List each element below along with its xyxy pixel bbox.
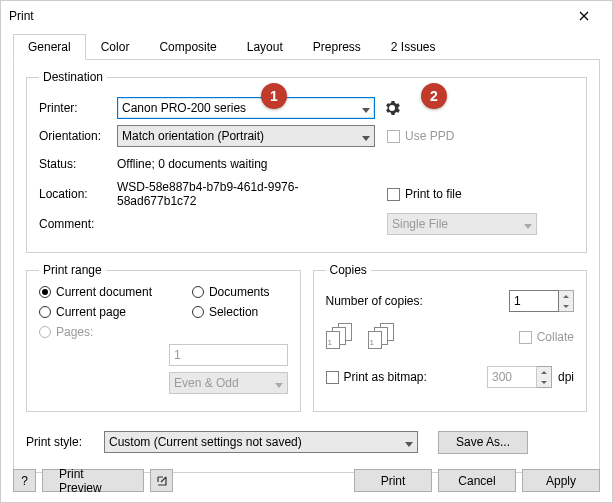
- chevron-down-icon: [275, 377, 283, 391]
- print-bitmap-label: Print as bitmap:: [344, 370, 427, 384]
- collate-label: Collate: [537, 330, 574, 344]
- chevron-down-icon: [362, 102, 370, 116]
- callout-2: 2: [421, 83, 447, 109]
- button-bar: ? Print Preview Print Cancel Apply: [13, 469, 600, 492]
- copies-legend: Copies: [326, 263, 371, 277]
- collate-icon: 3 2 1: [326, 323, 358, 351]
- dpi-label: dpi: [558, 370, 574, 384]
- chevron-down-icon: [524, 218, 532, 232]
- single-file-value: Single File: [392, 217, 448, 231]
- printer-select[interactable]: Canon PRO-200 series: [117, 97, 375, 119]
- radio-selection[interactable]: Selection: [192, 305, 288, 319]
- quick-preview-button[interactable]: [150, 469, 173, 492]
- use-ppd-label: Use PPD: [405, 129, 454, 143]
- print-to-file-checkbox[interactable]: [387, 188, 400, 201]
- print-style-label: Print style:: [26, 435, 104, 449]
- orientation-select[interactable]: Match orientation (Portrait): [117, 125, 375, 147]
- use-ppd-checkbox: [387, 130, 400, 143]
- printer-label: Printer:: [39, 101, 117, 115]
- collate-container: Collate: [519, 330, 574, 344]
- printer-value: Canon PRO-200 series: [122, 101, 246, 115]
- collate-checkbox: [519, 331, 532, 344]
- print-range-group: Print range Current document Documents C…: [26, 263, 301, 412]
- tab-issues[interactable]: 2 Issues: [376, 34, 451, 60]
- print-to-file-container[interactable]: Print to file: [387, 187, 462, 201]
- copies-group: Copies Number of copies: 1 3 2 1: [313, 263, 588, 412]
- bitmap-dpi-spinner: [537, 366, 552, 388]
- orientation-value: Match orientation (Portrait): [122, 129, 264, 143]
- print-style-select[interactable]: Custom (Current settings not saved): [104, 431, 418, 453]
- even-odd-select: Even & Odd: [169, 372, 288, 394]
- apply-button[interactable]: Apply: [522, 469, 600, 492]
- print-to-file-label: Print to file: [405, 187, 462, 201]
- save-as-button[interactable]: Save As...: [438, 431, 528, 454]
- copies-number-spinner[interactable]: [559, 290, 574, 312]
- destination-group: Destination Printer: Canon PRO-200 serie…: [26, 70, 587, 253]
- tab-color[interactable]: Color: [86, 34, 145, 60]
- radio-documents[interactable]: Documents: [192, 285, 288, 299]
- print-button[interactable]: Print: [354, 469, 432, 492]
- printer-settings-button[interactable]: [381, 97, 403, 119]
- collate-icon: 3 2 1: [368, 323, 400, 351]
- print-preview-button[interactable]: Print Preview: [42, 469, 144, 492]
- tab-bar: General Color Composite Layout Prepress …: [13, 33, 600, 60]
- even-odd-value: Even & Odd: [174, 376, 239, 390]
- print-range-legend: Print range: [39, 263, 106, 277]
- bitmap-dpi-input: 300: [487, 366, 537, 388]
- use-ppd-container: Use PPD: [387, 129, 454, 143]
- radio-pages: Pages:: [39, 325, 170, 339]
- status-label: Status:: [39, 157, 117, 171]
- radio-current-document[interactable]: Current document: [39, 285, 170, 299]
- print-dialog: 1 2 Print General Color Composite Layout…: [0, 0, 613, 503]
- print-bitmap-container[interactable]: Print as bitmap:: [326, 370, 487, 384]
- copies-number-input[interactable]: 1: [509, 290, 559, 312]
- close-button[interactable]: [564, 1, 604, 31]
- location-label: Location:: [39, 187, 117, 201]
- titlebar: Print: [1, 1, 612, 31]
- tab-composite[interactable]: Composite: [144, 34, 231, 60]
- orientation-label: Orientation:: [39, 129, 117, 143]
- location-value: WSD-58e887b4-b7b9-461d-9976-58ad677b1c72: [117, 180, 375, 208]
- single-file-select: Single File: [387, 213, 537, 235]
- destination-legend: Destination: [39, 70, 107, 84]
- cancel-button[interactable]: Cancel: [438, 469, 516, 492]
- tab-prepress[interactable]: Prepress: [298, 34, 376, 60]
- help-button[interactable]: ?: [13, 469, 36, 492]
- callout-1: 1: [261, 83, 287, 109]
- copies-number-label: Number of copies:: [326, 294, 510, 308]
- tab-general[interactable]: General: [13, 34, 86, 60]
- comment-label: Comment:: [39, 217, 117, 231]
- radio-current-page[interactable]: Current page: [39, 305, 170, 319]
- tab-layout[interactable]: Layout: [232, 34, 298, 60]
- print-bitmap-checkbox[interactable]: [326, 371, 339, 384]
- status-value: Offline; 0 documents waiting: [117, 157, 268, 171]
- print-style-value: Custom (Current settings not saved): [109, 435, 302, 449]
- external-icon: [156, 475, 168, 487]
- chevron-down-icon: [405, 436, 413, 450]
- window-title: Print: [9, 9, 564, 23]
- pages-input: 1: [169, 344, 288, 366]
- gear-icon: [384, 100, 400, 116]
- chevron-down-icon: [362, 130, 370, 144]
- close-icon: [579, 11, 589, 21]
